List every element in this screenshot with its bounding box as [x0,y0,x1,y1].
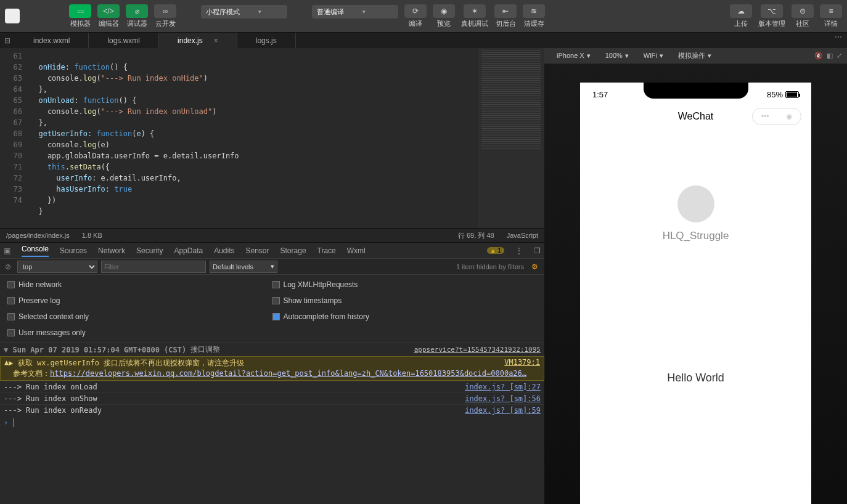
user-avatar [677,185,714,222]
capsule-more-icon[interactable]: ••• [761,112,769,121]
debugger-button[interactable]: ⌀调试器 [126,4,148,28]
filter-input[interactable] [101,261,206,273]
version-button[interactable]: ⌥版本管理 [758,4,785,28]
devtab-storage[interactable]: Storage [280,246,306,255]
tab-index-js[interactable]: index.js× [159,33,237,48]
sim-dock-icon[interactable]: ◧ [823,52,837,60]
simulator-button[interactable]: ▭模拟器 [69,4,91,28]
gear-icon[interactable]: ⚙ [531,262,538,271]
cb-autocomplete[interactable] [272,313,280,320]
file-language: JavaScript [507,232,538,239]
close-icon[interactable]: × [214,36,218,45]
devtab-network[interactable]: Network [98,246,125,255]
community-button[interactable]: ⊜社区 [792,4,814,28]
hidden-info: 1 item hidden by filters [456,263,524,270]
clear-console-icon[interactable]: ⊘ [2,262,14,271]
preview-button[interactable]: ◉预览 [433,4,455,28]
sim-mute-icon[interactable]: 🔇 [814,52,823,60]
devtab-sources[interactable]: Sources [60,246,87,255]
devtab-appdata[interactable]: AppData [174,246,203,255]
cb-log-xhr[interactable] [272,281,280,288]
remote-debug-button[interactable]: ✶真机调试 [461,4,488,28]
devtab-audits[interactable]: Audits [214,246,234,255]
zoom-select[interactable]: 100%▾ [598,52,636,60]
context-select[interactable]: top [17,261,97,273]
devtools-dock-icon[interactable]: ❐ [534,246,541,255]
devtab-security[interactable]: Security [136,246,163,255]
compile-button[interactable]: ⟳编译 [404,4,427,28]
tab-logs-wxml[interactable]: logs.wxml [89,33,159,48]
minimap[interactable] [478,48,544,228]
app-icon [5,9,20,23]
warn-doc-link[interactable]: https://developers.weixin.qq.com/blogdet… [50,369,526,378]
capsule-close-icon[interactable]: ◉ [786,112,792,121]
cb-selected-context[interactable] [7,313,15,320]
warn-source-link[interactable]: VM1379:1 [504,358,540,368]
devtab-trace[interactable]: Trace [317,246,336,255]
log-source-link[interactable]: index.js? [sm]:59 [465,406,541,415]
levels-select[interactable]: Default levels▾ [210,261,277,273]
inspect-icon[interactable]: ▣ [4,246,10,255]
cb-hide-network[interactable] [7,281,15,288]
tab-index-wxml[interactable]: index.wxml [15,33,89,48]
simulator-screen[interactable]: 1:57 85% WeChat •••◉ HLQ_Struggle Hello … [580,83,811,504]
devtab-wxml[interactable]: Wxml [347,246,366,255]
status-time: 1:57 [592,90,608,99]
background-button[interactable]: ⇤切后台 [494,4,517,28]
log-source-link[interactable]: index.js? [sm]:27 [465,383,541,391]
cursor-position: 行 69, 列 48 [458,231,494,240]
tab-logs-js[interactable]: logs.js [237,33,296,48]
console-log: ---> Run index onLoadindex.js? [sm]:27 [0,381,544,392]
console-log: ---> Run index onShowindex.js? [sm]:56 [0,392,544,404]
cb-preserve-log[interactable] [7,297,15,304]
devtools-more-icon[interactable]: ⋮ [515,246,523,255]
editor-button[interactable]: </>编辑器 [97,4,120,28]
user-name: HLQ_Struggle [580,230,811,242]
compile-dropdown[interactable]: 普通编译▾ [312,5,398,18]
details-button[interactable]: ≡详情 [820,4,842,28]
line-gutter: 6162636465666768697071727374 [0,48,30,228]
status-battery: 85% [767,90,799,99]
network-select[interactable]: WiFi▾ [636,52,671,60]
tab-handle-icon[interactable]: ⊟ [0,33,15,48]
app-header-title: WeChat [639,111,752,122]
clear-cache-button[interactable]: ≋清缓存 [523,4,545,28]
console-log: ---> Run index onReadyindex.js? [sm]:59 [0,404,544,416]
sim-exit-icon[interactable]: ⤢ [837,52,842,60]
console-prompt[interactable]: › [0,416,544,429]
phone-notch [644,83,748,99]
devtab-console[interactable]: Console [22,245,49,257]
console-output[interactable]: ▼ Sun Apr 07 2019 01:57:04 GMT+0800 (CST… [0,343,544,504]
devtab-sensor[interactable]: Sensor [246,246,269,255]
mode-dropdown[interactable]: 小程序模式▾ [201,5,287,18]
group-source-link[interactable]: appservice?t=1554573421932:1095 [414,346,541,354]
tab-more-icon[interactable]: ⋯ [830,33,847,48]
action-select[interactable]: 模拟操作▾ [671,51,719,60]
hello-text: Hello World [580,372,811,384]
code-body[interactable]: onHide: function() { console.log("---> R… [30,48,478,228]
upload-button[interactable]: ☁上传 [730,4,752,28]
file-size: 1.8 KB [82,232,102,239]
cb-show-timestamps[interactable] [272,297,280,304]
log-source-link[interactable]: index.js? [sm]:56 [465,394,541,403]
file-path: /pages/index/index.js [6,232,70,239]
cloud-button[interactable]: ∞云开发 [154,4,176,28]
warning-badge[interactable]: ▲ 1 [487,247,504,254]
code-editor[interactable]: 6162636465666768697071727374 onHide: fun… [0,48,544,228]
console-warning: ▲ ▶ 获取 wx.getUserInfo 接口后续将不再出现授权弹窗，请注意升… [0,356,544,381]
console-group[interactable]: ▼ Sun Apr 07 2019 01:57:04 GMT+0800 (CST… [0,343,544,356]
cb-user-messages[interactable] [7,329,15,336]
capsule-button[interactable]: •••◉ [752,108,801,125]
device-select[interactable]: iPhone X▾ [549,52,598,60]
